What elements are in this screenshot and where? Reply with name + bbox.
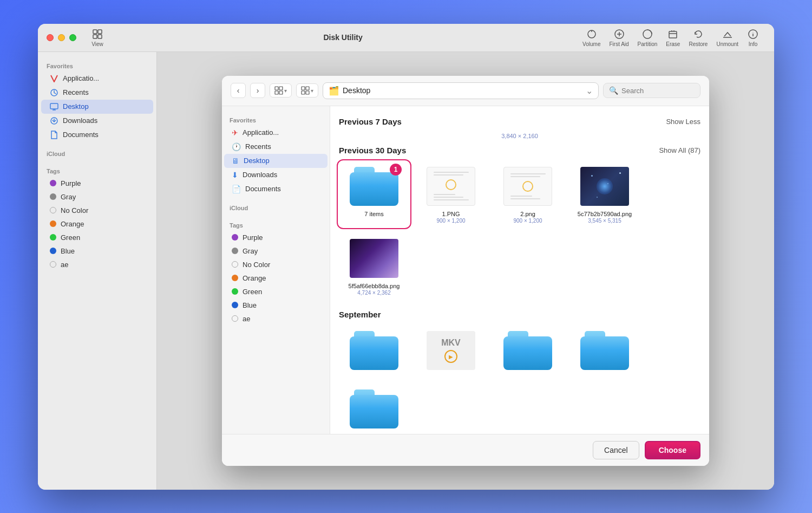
picker-tag-blue[interactable]: Blue — [224, 298, 328, 312]
sidebar-item-tag-green[interactable]: Green — [41, 231, 153, 244]
picker-tag-label-purple: Purple — [243, 233, 263, 242]
list-view-chevron: ▾ — [311, 88, 313, 94]
file-item-mkv[interactable]: MKV ▶ — [416, 326, 486, 378]
picker-tag-gray[interactable]: Gray — [224, 244, 328, 258]
tag-label-purple: Purple — [61, 179, 81, 187]
picker-tag-label-nocolor: No Color — [243, 261, 270, 269]
tag-label-gray: Gray — [61, 193, 76, 201]
doc-line — [434, 194, 455, 195]
sidebar-item-downloads[interactable]: Downloads — [41, 114, 153, 128]
file-name-folder-1: 7 items — [364, 210, 383, 218]
grid-view-icon — [274, 86, 283, 95]
unmount-toolbar-item[interactable]: Unmount — [716, 28, 738, 47]
picker-sidebar-documents[interactable]: 📄 Documents — [224, 182, 328, 196]
tag-label-nocolor: No Color — [61, 206, 88, 215]
sidebar-item-documents[interactable]: Documents — [41, 128, 153, 142]
traffic-lights — [47, 34, 76, 41]
picker-tag-orange[interactable]: Orange — [224, 271, 328, 285]
file-item-dark[interactable]: 5c77b2b7590ad.png 3,545 × 5,315 — [569, 161, 640, 227]
section-action-30days[interactable]: Show All (87) — [659, 146, 700, 154]
folder-icon-sep-4 — [350, 389, 398, 428]
sidebar-item-tag-blue[interactable]: Blue — [41, 244, 153, 258]
folder-icon-sep-3 — [580, 331, 629, 370]
info-toolbar-item[interactable]: Info — [747, 28, 759, 47]
forward-icon: › — [257, 86, 259, 95]
file-item-sep-folder-3[interactable] — [569, 326, 640, 378]
volume-toolbar-item[interactable]: Volume — [582, 28, 600, 47]
erase-toolbar-item[interactable]: Erase — [666, 28, 680, 47]
file-thumb-dark — [578, 165, 632, 208]
close-button[interactable] — [47, 34, 54, 41]
picker-tag-dot-blue — [232, 302, 238, 308]
purple-preview — [350, 239, 398, 278]
list-view-button[interactable]: ▾ — [296, 83, 318, 98]
maximize-button[interactable] — [69, 34, 76, 41]
tag-color-ae — [50, 261, 56, 268]
section-action-7days[interactable]: Show Less — [666, 118, 700, 126]
sidebar-item-applications[interactable]: Applicatio... — [41, 72, 153, 86]
cancel-button[interactable]: Cancel — [593, 441, 639, 459]
picker-tag-ae[interactable]: ae — [224, 312, 328, 326]
sidebar-item-label: Desktop — [63, 102, 89, 111]
doc-line — [510, 176, 540, 177]
picker-sidebar-downloads[interactable]: ⬇ Downloads — [224, 168, 328, 182]
search-icon: 🔍 — [609, 86, 618, 95]
sidebar-item-tag-nocolor[interactable]: No Color — [41, 204, 153, 217]
sidebar-item-recents[interactable]: Recents — [41, 86, 153, 100]
picker-tag-label-gray: Gray — [243, 247, 258, 255]
sidebar-item-tag-gray[interactable]: Gray — [41, 190, 153, 204]
file-grid-30days: 1 7 items — [339, 161, 700, 300]
downloads-icon — [50, 116, 58, 125]
picker-sidebar-recents[interactable]: 🕐 Recents — [224, 140, 328, 154]
file-item-purple[interactable]: 5f5af66ebb8da.png 4,724 × 2,362 — [339, 233, 409, 299]
minimize-button[interactable] — [58, 34, 65, 41]
file-thumb-sep-folder-4 — [347, 387, 401, 431]
file-item-sep-folder-4[interactable] — [339, 384, 409, 433]
doc-line — [434, 197, 463, 198]
partition-toolbar-item[interactable]: Partition — [638, 28, 658, 47]
svg-rect-25 — [279, 87, 283, 90]
picker-tag-nocolor[interactable]: No Color — [224, 258, 328, 271]
icloud-label: iCloud — [38, 146, 156, 159]
section-title-30days: Previous 30 Days — [339, 146, 406, 155]
star-1 — [591, 175, 593, 177]
picker-tags-label: Tags — [222, 218, 330, 231]
svg-rect-2 — [93, 35, 97, 38]
sidebar-item-desktop[interactable]: Desktop — [41, 100, 153, 114]
section-previous-30-days-header: Previous 30 Days Show All (87) — [339, 146, 700, 155]
picker-tag-green[interactable]: Green — [224, 285, 328, 298]
svg-rect-1 — [98, 30, 102, 34]
sidebar-item-label: Downloads — [63, 116, 97, 125]
picker-sidebar-downloads-label: Downloads — [243, 171, 277, 179]
picker-tag-purple[interactable]: Purple — [224, 231, 328, 244]
grid-view-button[interactable]: ▾ — [270, 83, 292, 98]
picker-tag-label-ae: ae — [243, 315, 250, 323]
sidebar-item-tag-ae[interactable]: ae — [41, 258, 153, 271]
restore-toolbar-item[interactable]: Restore — [689, 28, 708, 47]
doc-circle — [522, 181, 533, 192]
sidebar-item-tag-purple[interactable]: Purple — [41, 177, 153, 190]
picker-tag-dot-purple — [232, 234, 238, 241]
svg-rect-3 — [98, 35, 102, 38]
sidebar-item-label: Recents — [63, 88, 89, 96]
picker-tag-label-blue: Blue — [243, 301, 257, 309]
forward-button[interactable]: › — [250, 83, 265, 98]
back-button[interactable]: ‹ — [231, 83, 246, 98]
section-september-header: September — [339, 310, 700, 319]
tag-color-gray — [50, 193, 56, 200]
file-item-1png[interactable]: 1.PNG 900 × 1,200 — [416, 161, 486, 227]
file-item-2png[interactable]: 2.png 900 × 1,200 — [493, 161, 563, 227]
picker-sidebar-applications[interactable]: ✈ Applicatio... — [224, 126, 328, 140]
picker-sidebar-applications-label: Applicatio... — [243, 128, 279, 137]
picker-sidebar-desktop[interactable]: 🖥 Desktop — [224, 154, 328, 168]
file-item-folder-1[interactable]: 1 7 items — [339, 161, 409, 227]
choose-button[interactable]: Choose — [645, 441, 700, 459]
first-aid-toolbar-item[interactable]: First Aid — [609, 28, 628, 47]
location-bar[interactable]: 🗂️ Desktop ⌄ — [323, 82, 599, 99]
file-item-sep-folder-2[interactable] — [493, 326, 563, 378]
file-item-sep-folder-1[interactable] — [339, 326, 409, 378]
macos-window: View Disk Utility Volume First Aid — [38, 24, 774, 490]
sidebar-item-tag-orange[interactable]: Orange — [41, 217, 153, 231]
search-input[interactable] — [621, 87, 692, 95]
view-toolbar-item[interactable]: View — [91, 28, 103, 47]
